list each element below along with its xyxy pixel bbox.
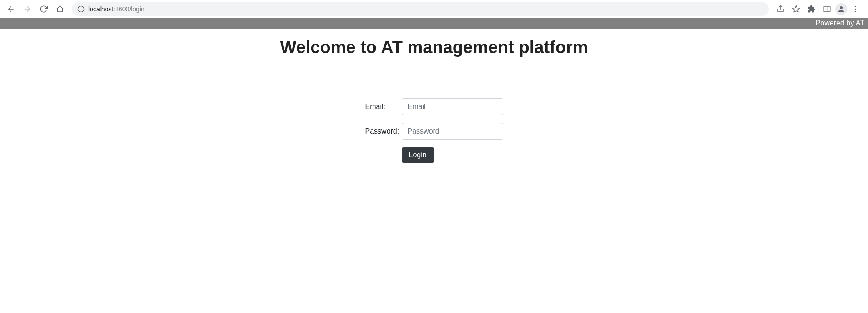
svg-point-12 <box>855 11 856 12</box>
panel-icon[interactable] <box>820 2 834 16</box>
svg-marker-6 <box>793 5 800 12</box>
share-icon[interactable] <box>773 2 788 16</box>
login-button[interactable]: Login <box>402 147 434 163</box>
svg-point-9 <box>840 6 843 9</box>
password-row: Password: <box>365 123 503 140</box>
login-form: Email: Password: Login <box>365 98 503 163</box>
page-title: Welcome to AT management platform <box>0 38 868 57</box>
forward-button[interactable] <box>20 2 35 16</box>
banner-text: Powered by AT <box>816 19 864 27</box>
url-path: :8600/login <box>113 5 145 13</box>
home-button[interactable] <box>53 2 67 16</box>
address-bar[interactable]: localhost:8600/login <box>72 2 769 16</box>
top-banner: Powered by AT <box>0 18 868 29</box>
page-main: Welcome to AT management platform Email:… <box>0 29 868 163</box>
menu-dots-icon[interactable] <box>848 2 863 16</box>
email-field[interactable] <box>402 98 503 115</box>
profile-avatar-icon[interactable] <box>835 3 847 15</box>
back-button[interactable] <box>4 2 18 16</box>
info-icon <box>77 5 85 13</box>
url-host: localhost <box>88 5 113 13</box>
password-field[interactable] <box>402 123 503 140</box>
svg-rect-7 <box>824 6 830 12</box>
svg-point-10 <box>855 6 856 7</box>
extensions-icon[interactable] <box>804 2 819 16</box>
browser-toolbar: localhost:8600/login <box>0 0 868 18</box>
bookmark-star-icon[interactable] <box>789 2 803 16</box>
password-label: Password: <box>365 127 402 135</box>
svg-point-11 <box>855 8 856 9</box>
reload-button[interactable] <box>36 2 51 16</box>
toolbar-right-icons <box>773 2 864 16</box>
email-row: Email: <box>365 98 503 115</box>
email-label: Email: <box>365 103 402 111</box>
url-text: localhost:8600/login <box>88 5 145 13</box>
